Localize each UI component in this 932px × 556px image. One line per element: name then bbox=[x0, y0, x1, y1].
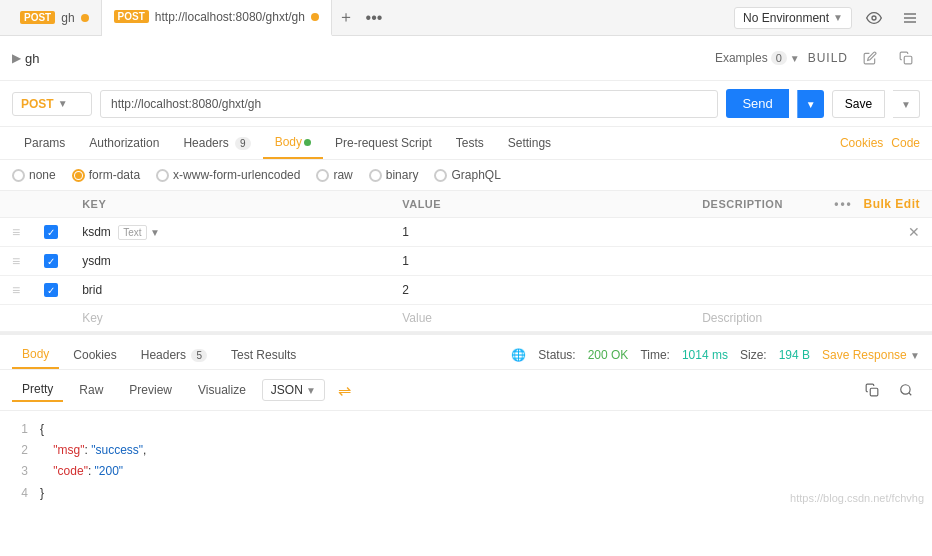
expand-icon[interactable]: ▶ bbox=[12, 51, 21, 65]
format-actions bbox=[858, 376, 920, 404]
body-type-formdata[interactable]: form-data bbox=[72, 168, 140, 182]
key-placeholder[interactable]: Key bbox=[70, 305, 390, 332]
copy-icon[interactable] bbox=[892, 44, 920, 72]
value-placeholder[interactable]: Value bbox=[390, 305, 690, 332]
body-active-dot bbox=[304, 139, 311, 146]
url-input[interactable] bbox=[100, 90, 718, 118]
format-tab-preview[interactable]: Preview bbox=[119, 379, 182, 401]
row-value-3[interactable]: 2 bbox=[390, 276, 690, 305]
tab-gh-2[interactable]: POST http://localhost:8080/ghxt/gh bbox=[102, 0, 332, 36]
drag-handle-1[interactable]: ≡ bbox=[12, 224, 20, 240]
format-type-label: JSON bbox=[271, 383, 303, 397]
radio-binary bbox=[369, 169, 382, 182]
save-chevron-icon: ▼ bbox=[901, 99, 911, 110]
save-dropdown-button[interactable]: ▼ bbox=[893, 90, 920, 118]
tab-settings[interactable]: Settings bbox=[496, 128, 563, 158]
tab-tests[interactable]: Tests bbox=[444, 128, 496, 158]
search-response-button[interactable] bbox=[892, 376, 920, 404]
body-type-none[interactable]: none bbox=[12, 168, 56, 182]
format-type-chevron-icon: ▼ bbox=[306, 385, 316, 396]
format-type-selector[interactable]: JSON ▼ bbox=[262, 379, 325, 401]
desc-placeholder[interactable]: Description bbox=[690, 305, 808, 332]
wrap-text-button[interactable]: ⇌ bbox=[331, 376, 359, 404]
row-checkbox-2[interactable] bbox=[44, 254, 58, 268]
svg-rect-4 bbox=[904, 56, 912, 64]
method-badge-1: POST bbox=[20, 11, 55, 24]
environment-label: No Environment bbox=[743, 11, 829, 25]
drag-handle-2[interactable]: ≡ bbox=[12, 253, 20, 269]
row-desc-1[interactable] bbox=[690, 218, 808, 247]
body-type-binary[interactable]: binary bbox=[369, 168, 419, 182]
request-title-bar: ▶ gh Examples 0 ▼ BUILD bbox=[0, 36, 932, 81]
send-button[interactable]: Send bbox=[726, 89, 788, 118]
edit-icon[interactable] bbox=[856, 44, 884, 72]
code-line: 2 "msg": "success", bbox=[0, 440, 932, 461]
row-value-2[interactable]: 1 bbox=[390, 247, 690, 276]
save-response-button[interactable]: Save Response ▼ bbox=[822, 348, 920, 362]
code-line: 1 { bbox=[0, 419, 932, 440]
build-button[interactable]: BUILD bbox=[808, 51, 848, 65]
response-tabs: Body Cookies Headers 5 Test Results 🌐 St… bbox=[0, 335, 932, 370]
tab-gh-1[interactable]: POST gh bbox=[8, 0, 102, 36]
new-tab-button[interactable]: ＋ bbox=[332, 4, 360, 32]
table-actions-header: ••• Bulk Edit bbox=[808, 191, 932, 218]
headers-badge: 9 bbox=[235, 137, 251, 150]
eye-icon[interactable] bbox=[860, 4, 888, 32]
json-value: "200" bbox=[95, 464, 124, 478]
resp-tab-test-results[interactable]: Test Results bbox=[221, 342, 306, 368]
radio-formdata bbox=[72, 169, 85, 182]
row-key-2[interactable]: ysdm bbox=[70, 247, 390, 276]
body-type-urlencoded[interactable]: x-www-form-urlencoded bbox=[156, 168, 300, 182]
examples-button[interactable]: Examples 0 ▼ bbox=[715, 51, 800, 65]
tab-authorization[interactable]: Authorization bbox=[77, 128, 171, 158]
body-type-binary-label: binary bbox=[386, 168, 419, 182]
more-options-button[interactable]: ••• bbox=[834, 197, 853, 211]
tab-params[interactable]: Params bbox=[12, 128, 77, 158]
method-selector[interactable]: POST ▼ bbox=[12, 92, 92, 116]
environment-selector[interactable]: No Environment ▼ bbox=[734, 7, 852, 29]
method-chevron-icon: ▼ bbox=[58, 98, 68, 109]
tab-prerequest[interactable]: Pre-request Script bbox=[323, 128, 444, 158]
body-type-none-label: none bbox=[29, 168, 56, 182]
url-bar: POST ▼ Send ▼ Save ▼ bbox=[0, 81, 932, 127]
row-checkbox-3[interactable] bbox=[44, 283, 58, 297]
resp-tab-headers[interactable]: Headers 5 bbox=[131, 342, 217, 368]
examples-chevron-icon: ▼ bbox=[790, 53, 800, 64]
type-chevron-icon-1: ▼ bbox=[150, 227, 160, 238]
row-desc-3[interactable] bbox=[690, 276, 808, 305]
cookies-link[interactable]: Cookies bbox=[840, 136, 883, 150]
status-value: 200 OK bbox=[588, 348, 629, 362]
row-value-1[interactable]: 1 bbox=[390, 218, 690, 247]
resp-tab-cookies[interactable]: Cookies bbox=[63, 342, 126, 368]
row-desc-2[interactable] bbox=[690, 247, 808, 276]
body-type-graphql-label: GraphQL bbox=[451, 168, 500, 182]
row-key-3[interactable]: brid bbox=[70, 276, 390, 305]
svg-rect-5 bbox=[870, 388, 878, 396]
tab-headers[interactable]: Headers 9 bbox=[171, 128, 262, 158]
request-title-actions: Examples 0 ▼ BUILD bbox=[715, 44, 920, 72]
body-type-graphql[interactable]: GraphQL bbox=[434, 168, 500, 182]
resp-tab-body[interactable]: Body bbox=[12, 341, 59, 369]
json-value: "success" bbox=[91, 443, 143, 457]
json-key: "msg" bbox=[53, 443, 84, 457]
row-checkbox-1[interactable] bbox=[44, 225, 58, 239]
copy-response-button[interactable] bbox=[858, 376, 886, 404]
env-chevron-icon: ▼ bbox=[833, 12, 843, 23]
code-link[interactable]: Code bbox=[891, 136, 920, 150]
tab-body[interactable]: Body bbox=[263, 127, 323, 159]
settings-icon[interactable] bbox=[896, 4, 924, 32]
row-close-1[interactable]: ✕ bbox=[908, 224, 920, 240]
format-tab-pretty[interactable]: Pretty bbox=[12, 378, 63, 402]
drag-handle-3[interactable]: ≡ bbox=[12, 282, 20, 298]
format-bar: Pretty Raw Preview Visualize JSON ▼ ⇌ bbox=[0, 370, 932, 411]
row-key-1[interactable]: ksdm Text ▼ bbox=[70, 218, 390, 247]
bulk-edit-button[interactable]: Bulk Edit bbox=[863, 197, 920, 211]
body-type-raw[interactable]: raw bbox=[316, 168, 352, 182]
overflow-menu-button[interactable]: ••• bbox=[360, 4, 388, 32]
request-name: gh bbox=[25, 51, 39, 66]
format-tab-visualize[interactable]: Visualize bbox=[188, 379, 256, 401]
type-badge-1[interactable]: Text bbox=[118, 225, 146, 240]
format-tab-raw[interactable]: Raw bbox=[69, 379, 113, 401]
send-dropdown-button[interactable]: ▼ bbox=[797, 90, 824, 118]
save-button[interactable]: Save bbox=[832, 90, 885, 118]
